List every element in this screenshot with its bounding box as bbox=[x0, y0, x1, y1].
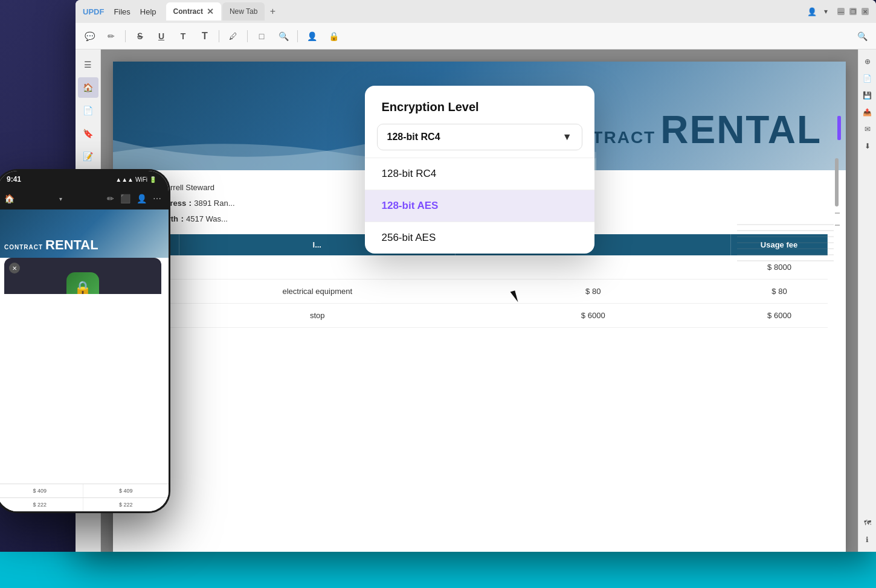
phone-bottom-table: $ 409 $ 409 $ 222 $ 222 bbox=[0, 484, 169, 511]
row2-usage: $ 80 bbox=[731, 280, 828, 303]
encryption-chevron-icon: ▼ bbox=[562, 132, 572, 142]
tab-add-button[interactable]: + bbox=[266, 5, 279, 18]
right-email-icon[interactable]: ✉ bbox=[860, 122, 875, 136]
menu-updf[interactable]: UPDF bbox=[83, 7, 104, 16]
scroll-line-2 bbox=[835, 225, 840, 226]
phone-pdf-title: CONTRACT RENTAL bbox=[4, 237, 98, 253]
tab-contract[interactable]: Contract ✕ bbox=[166, 2, 221, 21]
phone-cell-2-2: $ 222 bbox=[83, 498, 169, 511]
phone-edit-icon[interactable]: ✏ bbox=[107, 194, 114, 203]
shape-icon[interactable]: □ bbox=[253, 27, 271, 45]
content-area: ☰ 🏠 📄 🔖 📝 📋 ⚙ CONTRACT RENTAL bbox=[76, 50, 876, 552]
sidebar-document-icon[interactable]: 📄 bbox=[78, 100, 98, 121]
lock-shield-icon: 🔒 bbox=[74, 280, 92, 294]
tab-bar: Contract ✕ New Tab + bbox=[166, 2, 802, 21]
encryption-title: Encryption Level bbox=[382, 100, 578, 114]
phone-screen: 9:41 ▲▲▲ WiFi 🔋 🏠 ▾ ✏ ⬛ 👤 ⋯ CONTRACT bbox=[0, 171, 169, 511]
sidebar-pages-icon[interactable]: ☰ bbox=[78, 54, 98, 75]
profile-dropdown[interactable]: ▾ bbox=[824, 7, 828, 16]
minimize-button[interactable]: — bbox=[837, 8, 845, 15]
right-save-icon[interactable]: 💾 bbox=[860, 88, 875, 103]
row1-item bbox=[179, 255, 456, 279]
text-bold-icon[interactable]: T bbox=[196, 27, 214, 45]
text-icon[interactable]: T bbox=[174, 27, 192, 45]
bottom-cyan-bar bbox=[0, 552, 876, 588]
sidebar-bookmark-icon[interactable]: 🔖 bbox=[78, 123, 98, 144]
row2-item: electrical equipment bbox=[179, 280, 456, 303]
scroll-line-1 bbox=[835, 213, 840, 214]
phone-share-icon[interactable]: ⬛ bbox=[120, 194, 130, 203]
phone-cell-2-1: $ 222 bbox=[0, 498, 83, 511]
right-thumbnail-icon[interactable]: ⊕ bbox=[860, 54, 875, 69]
right-sidebar: ⊕ 📄 💾 📤 ✉ ⬇ 🗺 ℹ bbox=[858, 50, 876, 552]
phone-table-row-1: $ 409 $ 409 bbox=[0, 484, 169, 497]
encryption-option-aes-128[interactable]: 128-bit AES bbox=[365, 190, 594, 222]
signature-icon[interactable]: 👤 bbox=[303, 27, 321, 45]
phone-cell-1-2: $ 409 bbox=[83, 484, 169, 497]
phone-battery-icon: 🔋 bbox=[149, 176, 156, 183]
highlight-box-icon[interactable]: 🖊 bbox=[224, 27, 242, 45]
phone-pdf-header: CONTRACT RENTAL bbox=[0, 209, 169, 258]
phone-pdf-preview: CONTRACT RENTAL — — — — ✕ 🔒 bbox=[0, 209, 169, 294]
strikethrough-icon[interactable]: S̶ bbox=[130, 27, 149, 45]
encryption-selected-value: 128-bit RC4 bbox=[387, 132, 440, 142]
menu-bar: UPDF Files Help bbox=[83, 7, 156, 16]
tab-newtab[interactable]: New Tab bbox=[222, 2, 265, 21]
scroll-highlight-bar bbox=[837, 116, 841, 140]
title-bar: UPDF Files Help Contract ✕ New Tab + 👤 ▾… bbox=[76, 0, 876, 23]
phone-cell-1-1: $ 409 bbox=[0, 484, 83, 497]
toolbar: 💬 ✏ S̶ U T T 🖊 □ 🔍 👤 🔒 🔍 bbox=[76, 23, 876, 50]
table-row: 03 stop $ 6000 $ 6000 bbox=[131, 304, 828, 328]
pdf-view[interactable]: CONTRACT RENTAL Name：Darrell Steward Hom… bbox=[101, 50, 858, 552]
menu-help[interactable]: Help bbox=[140, 7, 156, 16]
encryption-select-box[interactable]: 128-bit RC4 ▼ bbox=[377, 124, 582, 150]
phone-wifi-icon: WiFi bbox=[135, 176, 147, 183]
row3-usage: $ 6000 bbox=[731, 304, 828, 327]
user-icon[interactable]: 👤 bbox=[807, 7, 817, 16]
right-export-icon[interactable]: 📤 bbox=[860, 105, 875, 120]
scrollbar-thumb[interactable] bbox=[835, 158, 839, 206]
phone-home-icon[interactable]: 🏠 bbox=[4, 194, 14, 203]
right-page-icon[interactable]: 📄 bbox=[860, 71, 875, 86]
zoom-icon[interactable]: 🔍 bbox=[274, 27, 292, 45]
right-info-icon[interactable]: ℹ bbox=[860, 532, 875, 547]
phone-more-icon[interactable]: ⋯ bbox=[153, 194, 161, 203]
pdf-rental-text: RENTAL bbox=[660, 107, 822, 152]
phone-time: 9:41 bbox=[7, 175, 21, 184]
phone-user-icon[interactable]: 👤 bbox=[137, 194, 147, 203]
table-row: 02 electrical equipment $ 80 $ 80 bbox=[131, 280, 828, 304]
encryption-options-list: 128-bit RC4 128-bit AES 256-bit AES bbox=[365, 158, 594, 254]
tab-contract-close[interactable]: ✕ bbox=[207, 7, 214, 16]
encryption-option-rc4-128[interactable]: 128-bit RC4 bbox=[365, 158, 594, 190]
phone-status-icons: ▲▲▲ WiFi 🔋 bbox=[115, 176, 156, 183]
search-icon[interactable]: 🔍 bbox=[853, 27, 871, 45]
decorative-hatch bbox=[737, 219, 834, 269]
maximize-button[interactable]: ❐ bbox=[849, 8, 857, 15]
row2-price: $ 80 bbox=[456, 280, 732, 303]
table-row: 01 $ 8000 bbox=[131, 255, 828, 280]
sidebar-annotate-icon[interactable]: 📝 bbox=[78, 146, 98, 167]
row3-price: $ 6000 bbox=[456, 304, 732, 327]
menu-files[interactable]: Files bbox=[114, 7, 130, 16]
lock-icon[interactable]: 🔒 bbox=[324, 27, 343, 45]
toolbar-separator-2 bbox=[219, 30, 219, 42]
underline-icon[interactable]: U bbox=[152, 27, 170, 45]
tab-contract-label: Contract bbox=[173, 7, 203, 16]
highlight-icon[interactable]: ✏ bbox=[102, 27, 120, 45]
lock-popup-close-button[interactable]: ✕ bbox=[9, 263, 20, 273]
phone-table-row-2: $ 222 $ 222 bbox=[0, 497, 169, 511]
close-button[interactable]: ✕ bbox=[862, 8, 869, 15]
toolbar-separator-1 bbox=[125, 30, 126, 42]
right-map-icon[interactable]: 🗺 bbox=[860, 516, 875, 530]
sidebar-home-icon[interactable]: 🏠 bbox=[78, 77, 98, 98]
phone-chevron-icon: ▾ bbox=[59, 196, 62, 202]
phone-pdf-rental-text: RENTAL bbox=[45, 237, 98, 253]
encryption-option-aes-256[interactable]: 256-bit AES bbox=[365, 222, 594, 254]
encryption-header: Encryption Level bbox=[365, 86, 594, 124]
tab-newtab-label: New Tab bbox=[230, 7, 257, 16]
right-download-icon[interactable]: ⬇ bbox=[860, 139, 875, 153]
phone-signal-icon: ▲▲▲ bbox=[115, 176, 134, 183]
toolbar-separator-3 bbox=[247, 30, 248, 42]
comment-icon[interactable]: 💬 bbox=[80, 27, 98, 45]
app-window: UPDF Files Help Contract ✕ New Tab + 👤 ▾… bbox=[76, 0, 876, 552]
